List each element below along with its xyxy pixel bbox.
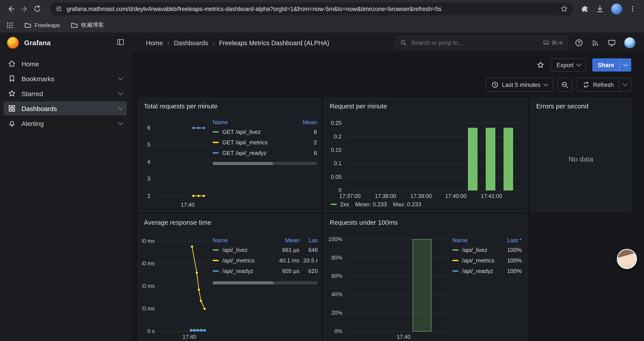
panel-title[interactable]: Requests under 100ms (330, 219, 398, 226)
total-requests-chart[interactable]: 6543217:40 (142, 114, 212, 211)
sidebar-toggle-button[interactable] (116, 38, 124, 48)
dashboard-content: Export Share Last 5 minutes (131, 52, 644, 341)
sidebar-item-home[interactable]: Home (4, 57, 127, 71)
address-bar[interactable]: grafana.mathmast.com/d/deytv4rwavabkb/fr… (50, 3, 574, 15)
share-menu-button[interactable] (620, 58, 631, 72)
legend-mean: Mean: 0.233 (355, 201, 387, 208)
favorite-star-icon[interactable] (537, 61, 545, 69)
kebab-menu-icon[interactable] (629, 5, 636, 12)
scrollbar-thumb[interactable] (212, 162, 273, 165)
bookmark-label: 收藏博客 (81, 21, 104, 29)
time-range-picker[interactable]: Last 5 minutes (486, 78, 553, 92)
sidebar-item-dashboards[interactable]: Dashboards (4, 101, 127, 115)
legend-header-name[interactable]: Name (212, 119, 292, 125)
requests-under-100ms-chart[interactable]: 100%80%60%40%20%0%17:40 (328, 232, 451, 341)
sidebar-item-starred[interactable]: Starred (4, 87, 127, 101)
site-info-icon[interactable] (55, 5, 62, 12)
legend-series[interactable]: 2xx (330, 201, 349, 208)
download-icon[interactable] (596, 5, 604, 13)
refresh-interval-button[interactable] (619, 78, 631, 91)
breadcrumb-current: Freeleaps Metrics Dashboard (ALPHA) (219, 39, 329, 46)
browser-profile-avatar[interactable] (611, 3, 622, 14)
legend-header-row: Name Mean Las (212, 236, 318, 244)
screen: grafana.mathmast.com/d/deytv4rwavabkb/fr… (0, 0, 644, 341)
chevron-down-icon (118, 105, 123, 110)
request-per-minute-chart[interactable]: 0.250.20.150.10.05017:37:0017:38:0017:39… (328, 114, 524, 202)
legend-series-name[interactable]: GET /api/_readyz (222, 149, 292, 156)
user-avatar[interactable] (624, 37, 635, 48)
help-icon[interactable] (575, 39, 583, 47)
monitor-icon[interactable] (608, 39, 616, 47)
svg-text:80 ms: 80 ms (142, 238, 155, 244)
extensions-icon[interactable] (580, 5, 589, 13)
search-icon (400, 39, 407, 46)
legend-header-mean[interactable]: Mean (292, 119, 317, 125)
svg-text:0.1: 0.1 (334, 160, 342, 166)
zoom-out-icon (561, 81, 568, 88)
panel-title[interactable]: Request per minute (330, 102, 387, 110)
legend-header-name[interactable]: Name (212, 237, 271, 243)
assistant-avatar[interactable] (617, 249, 637, 269)
series-color-dash (212, 249, 219, 250)
refresh-button[interactable]: Refresh (577, 78, 619, 91)
breadcrumb-home[interactable]: Home (146, 39, 163, 46)
legend-scrollbar[interactable] (212, 281, 318, 284)
legend-scrollbar[interactable] (212, 162, 317, 165)
series-color-dash (452, 249, 458, 250)
search-box[interactable]: ⌘+k (396, 36, 568, 49)
sidebar-item-label: Alerting (22, 120, 44, 127)
export-button[interactable]: Export (551, 58, 586, 72)
series-color-dash (212, 152, 219, 153)
svg-text:60 ms: 60 ms (142, 260, 155, 266)
legend-header-name[interactable]: Name (452, 237, 496, 243)
legend-series-last: 646 (300, 246, 318, 253)
back-button[interactable] (4, 2, 18, 15)
legend-table: Name Last * /api/_livez 100% /api/_metri… (452, 236, 522, 276)
breadcrumb-dashboards[interactable]: Dashboards (174, 39, 208, 46)
svg-text:17:40: 17:40 (181, 202, 195, 208)
svg-text:0: 0 (338, 187, 342, 193)
panel-title[interactable]: Errors per second (536, 102, 588, 110)
sidebar-item-bookmarks[interactable]: Bookmarks (4, 72, 127, 86)
average-response-time-chart[interactable]: 80 ms60 ms40 ms20 ms0 s17:40 (142, 232, 212, 341)
panel-title[interactable]: Average response time (144, 219, 211, 226)
svg-text:60%: 60% (332, 273, 342, 279)
zoom-out-button[interactable] (558, 78, 572, 92)
breadcrumb: Home › Dashboards › Freeleaps Metrics Da… (146, 39, 329, 46)
scrollbar-thumb[interactable] (212, 281, 274, 284)
share-button[interactable]: Share (592, 58, 620, 72)
legend-series-name[interactable]: GET /api/_metrics (222, 139, 292, 146)
url-text[interactable]: grafana.mathmast.com/d/deytv4rwavabkb/fr… (67, 6, 560, 12)
legend-series-name[interactable]: /api/_livez (222, 246, 271, 253)
panel-requests-under-100ms: Requests under 100ms 100%80%60%40%20%0%1… (324, 214, 528, 341)
bookmark-folder-freeleaps[interactable]: Freeleaps (24, 21, 60, 29)
legend-header-last[interactable]: Last * (496, 237, 522, 243)
legend-series-name[interactable]: /api/_readyz (462, 267, 496, 274)
legend-table: Name Mean GET /api/_livez 6 GET /api/_me… (212, 118, 317, 165)
legend-series-name[interactable]: /api/_readyz (222, 267, 271, 274)
legend-header-mean[interactable]: Mean (271, 237, 300, 243)
dock-panel-icon (116, 38, 124, 46)
panel-errors-per-second: Errors per second No data (530, 98, 631, 212)
legend-series-name[interactable]: /api/_metrics (462, 257, 496, 263)
series-color-dash (452, 270, 458, 271)
legend-series-name[interactable]: /api/_livez (462, 246, 496, 253)
grafana-logo[interactable] (7, 37, 19, 49)
series-color-dash (212, 142, 219, 143)
bookmark-folder-blogs[interactable]: 收藏博客 (70, 21, 104, 29)
legend-row: GET /api/_livez 6 (212, 126, 317, 137)
dashboard-actions: Export Share (537, 58, 631, 72)
search-input[interactable] (410, 39, 543, 46)
legend-header-last[interactable]: Las (300, 237, 318, 243)
panel-title[interactable]: Total requests per minute (144, 102, 218, 110)
clock-icon (492, 81, 498, 88)
legend-series-name[interactable]: /api/_metrics (222, 257, 271, 263)
bookmark-star-icon[interactable] (560, 5, 568, 13)
forward-button[interactable] (18, 2, 31, 15)
bookmark-icon (8, 75, 16, 83)
apps-grid-icon[interactable] (6, 21, 14, 29)
legend-series-name[interactable]: GET /api/_livez (222, 128, 292, 135)
sidebar-item-alerting[interactable]: Alerting (4, 116, 127, 130)
rss-icon[interactable] (592, 39, 599, 47)
reload-button[interactable] (31, 2, 44, 15)
